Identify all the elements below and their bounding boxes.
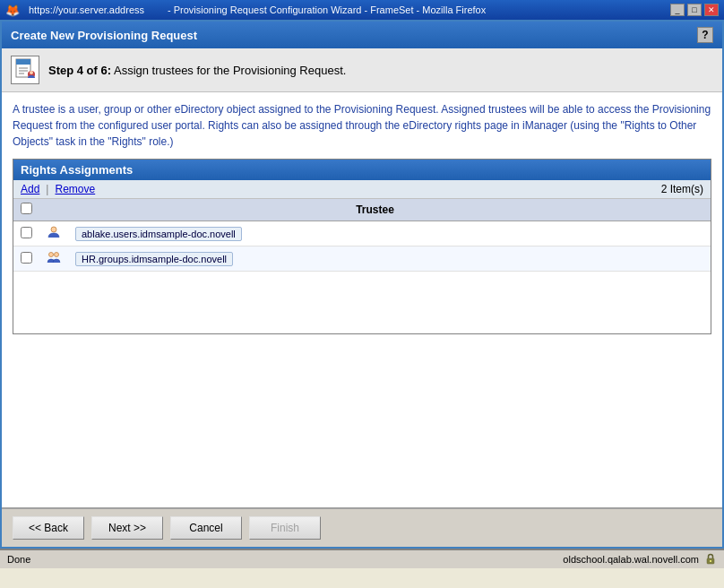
svg-point-7 (51, 227, 56, 232)
rights-toolbar-left: Add | Remove (21, 183, 95, 195)
browser-title: - Provisioning Request Configuration Wiz… (168, 4, 486, 15)
browser-controls: _ □ ✕ (670, 4, 719, 16)
col-trustee-header: Trustee (39, 199, 711, 221)
trustee-icon-cell (39, 221, 68, 246)
table-row: ablake.users.idmsample-doc.novell (13, 221, 711, 246)
rights-section-title: Rights Assignments (21, 163, 133, 177)
status-text: Done (7, 554, 30, 565)
button-bar: << Back Next >> Cancel Finish (2, 507, 722, 547)
description-area: A trustee is a user, group or other eDir… (2, 92, 722, 159)
trustee-name-cell: HR.groups.idmsample-doc.novell (68, 246, 711, 272)
back-button[interactable]: << Back (13, 516, 84, 540)
table-header-row: Trustee (13, 199, 711, 221)
content-spacer (2, 334, 722, 508)
svg-point-11 (710, 560, 711, 562)
cancel-button[interactable]: Cancel (170, 516, 242, 540)
svg-point-9 (55, 253, 59, 257)
step-description: Assign trustees for the Provisioning Req… (114, 64, 346, 77)
table-row: HR.groups.idmsample-doc.novell (13, 246, 711, 272)
step-document-icon (13, 57, 38, 82)
items-count: 2 Item(s) (661, 183, 703, 195)
maximize-button[interactable]: □ (687, 4, 702, 16)
add-button[interactable]: Add (21, 183, 39, 195)
toolbar-separator: | (46, 183, 48, 195)
row-checkbox[interactable] (21, 252, 32, 264)
wizard-header: Create New Provisioning Request ? (2, 22, 722, 48)
svg-point-6 (30, 71, 33, 74)
trustee-icon-cell (39, 246, 68, 272)
wizard-window: Create New Provisioning Request ? Step 4… (0, 20, 724, 549)
svg-rect-1 (16, 59, 30, 65)
rights-assignments-section: Rights Assignments Add | Remove 2 Item(s… (13, 159, 711, 334)
rights-section-header: Rights Assignments (13, 160, 711, 180)
browser-url: https://your.server.address (29, 4, 144, 15)
lock-icon (704, 553, 717, 566)
trustee-tag: HR.groups.idmsample-doc.novell (75, 252, 233, 266)
step-title: Step 4 of 6: Assign trustees for the Pro… (48, 64, 346, 77)
next-button[interactable]: Next >> (91, 516, 163, 540)
step-label: Step 4 of 6: (48, 64, 111, 77)
step-bar: Step 4 of 6: Assign trustees for the Pro… (2, 48, 722, 92)
rights-toolbar: Add | Remove 2 Item(s) (13, 180, 711, 199)
select-all-checkbox[interactable] (21, 203, 32, 214)
group-icon (47, 250, 61, 264)
minimize-button[interactable]: _ (670, 4, 685, 16)
trustee-tag: ablake.users.idmsample-doc.novell (75, 227, 242, 241)
browser-titlebar: 🦊 https://your.server.address - Provisio… (0, 0, 724, 20)
browser-title-left: 🦊 https://your.server.address - Provisio… (5, 4, 486, 17)
close-button[interactable]: ✕ (704, 4, 719, 16)
trustee-name-cell: ablake.users.idmsample-doc.novell (68, 221, 711, 246)
status-right: oldschool.qalab.wal.novell.com (563, 553, 717, 566)
remove-button[interactable]: Remove (55, 183, 95, 195)
svg-point-8 (49, 253, 54, 257)
status-server: oldschool.qalab.wal.novell.com (563, 554, 699, 565)
col-checkbox-header (13, 199, 39, 221)
row-checkbox[interactable] (21, 227, 32, 238)
description-text: A trustee is a user, group or other eDir… (13, 103, 711, 148)
trustees-table: Trustee ablake.users.idmsample-doc.novel… (13, 199, 711, 272)
step-icon (11, 56, 39, 84)
status-bar: Done oldschool.qalab.wal.novell.com (0, 549, 724, 568)
finish-button: Finish (249, 516, 321, 540)
firefox-icon: 🦊 (5, 4, 20, 17)
user-icon (47, 225, 61, 239)
help-button[interactable]: ? (697, 27, 713, 43)
wizard-header-title: Create New Provisioning Request (11, 29, 197, 42)
